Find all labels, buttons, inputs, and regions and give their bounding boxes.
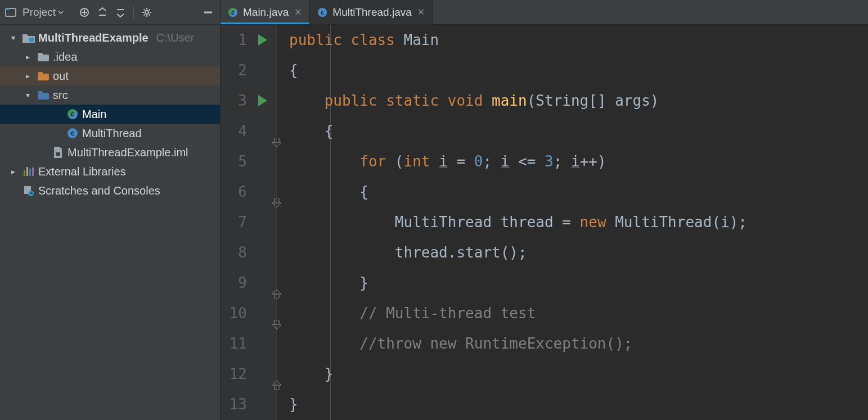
chevron-down-icon[interactable]: ▾ bbox=[21, 91, 34, 100]
chevron-right-icon[interactable]: ▸ bbox=[21, 71, 34, 80]
java-class-icon: c bbox=[318, 8, 327, 17]
tree-scratches[interactable]: ▸ Scratches and Consoles bbox=[0, 181, 220, 200]
chevron-down-icon bbox=[58, 10, 64, 15]
line-number: 2 bbox=[238, 55, 247, 85]
tree-root-project[interactable]: ▾ MultiThreadExample C:\User bbox=[0, 28, 220, 47]
project-dropdown[interactable]: Project bbox=[21, 6, 67, 19]
excluded-folder-icon bbox=[37, 70, 50, 82]
tree-multithread-class[interactable]: ▸ c MultiThread bbox=[0, 124, 220, 143]
project-name: MultiThreadExample bbox=[38, 31, 149, 44]
project-path: C:\User bbox=[156, 31, 195, 44]
tree-item-label: src bbox=[53, 89, 68, 102]
line-number: 6 bbox=[238, 177, 247, 207]
tree-item-label: out bbox=[53, 70, 69, 83]
java-class-runnable-icon: c bbox=[228, 8, 237, 17]
tree-item-label: Main bbox=[82, 108, 106, 121]
close-tab-icon[interactable]: ✕ bbox=[417, 7, 425, 17]
iml-file-icon bbox=[52, 146, 64, 159]
line-number: 13 bbox=[230, 389, 247, 419]
module-folder-icon bbox=[23, 31, 35, 44]
line-number: 8 bbox=[238, 237, 247, 268]
line-number: 5 bbox=[238, 146, 247, 177]
expand-all-icon[interactable] bbox=[95, 5, 110, 20]
tree-item-label: Scratches and Consoles bbox=[38, 184, 160, 197]
source-folder-icon bbox=[37, 89, 50, 101]
tree-item-label: MultiThreadExample.iml bbox=[68, 146, 188, 159]
line-number: 7 bbox=[238, 207, 247, 237]
java-class-runnable-icon: c bbox=[66, 108, 79, 120]
svg-rect-1 bbox=[6, 8, 9, 10]
toolbar-separator bbox=[133, 6, 134, 19]
project-tree[interactable]: ▾ MultiThreadExample C:\User ▸ .idea ▸ o… bbox=[0, 25, 220, 420]
java-class-icon: c bbox=[66, 127, 79, 139]
editor-body[interactable]: 1 2 3 4 5 6 7 8 9 10 11 12 bbox=[221, 25, 868, 420]
svg-rect-7 bbox=[29, 38, 34, 42]
tree-external-libraries[interactable]: ▸ External Libraries bbox=[0, 162, 220, 181]
project-view-icon[interactable] bbox=[3, 5, 18, 20]
editor-tab-multithread[interactable]: c MultiThread.java ✕ bbox=[310, 0, 433, 24]
line-number: 10 bbox=[230, 298, 247, 328]
chevron-right-icon[interactable]: ▸ bbox=[7, 167, 19, 176]
chevron-down-icon[interactable]: ▾ bbox=[7, 33, 19, 42]
tree-item-label: .idea bbox=[53, 51, 77, 64]
tab-label: Main.java bbox=[243, 6, 289, 19]
close-tab-icon[interactable]: ✕ bbox=[294, 7, 302, 17]
chevron-right-icon[interactable]: ▸ bbox=[21, 52, 34, 61]
line-number: 9 bbox=[238, 268, 247, 298]
line-number: 1 bbox=[238, 25, 247, 55]
select-opened-file-icon[interactable] bbox=[77, 5, 92, 20]
run-gutter-icon[interactable] bbox=[258, 95, 267, 106]
tree-out-folder[interactable]: ▸ out bbox=[0, 66, 220, 85]
tree-item-label: External Libraries bbox=[38, 165, 126, 178]
tab-label: MultiThread.java bbox=[332, 6, 411, 19]
editor-tabbar: c Main.java ✕ c MultiThread.java ✕ bbox=[221, 0, 868, 25]
project-panel: Project ▾ bbox=[0, 0, 221, 420]
editor-tab-main[interactable]: c Main.java ✕ bbox=[221, 0, 310, 24]
line-number: 4 bbox=[238, 116, 247, 146]
scratches-icon bbox=[23, 184, 35, 197]
line-number: 11 bbox=[230, 328, 247, 359]
line-number: 3 bbox=[238, 85, 247, 116]
tree-src-folder[interactable]: ▾ src bbox=[0, 85, 220, 105]
tree-iml-file[interactable]: ▸ MultiThreadExample.iml bbox=[0, 143, 220, 162]
tree-idea-folder[interactable]: ▸ .idea bbox=[0, 47, 220, 66]
tree-main-class[interactable]: ▸ c Main bbox=[0, 105, 220, 124]
project-panel-title: Project bbox=[23, 6, 56, 19]
settings-gear-icon[interactable] bbox=[140, 5, 154, 20]
project-toolbar: Project bbox=[0, 0, 220, 25]
libraries-icon bbox=[23, 165, 35, 178]
tree-item-label: MultiThread bbox=[82, 127, 142, 140]
code-area[interactable]: public class Main { public static void m… bbox=[277, 25, 868, 420]
editor-gutter[interactable]: 1 2 3 4 5 6 7 8 9 10 11 12 bbox=[221, 25, 277, 420]
line-number: 12 bbox=[230, 359, 247, 389]
svg-rect-8 bbox=[56, 152, 60, 156]
collapse-all-icon[interactable] bbox=[113, 5, 128, 20]
editor-area: c Main.java ✕ c MultiThread.java ✕ 1 2 3… bbox=[221, 0, 868, 420]
folder-icon bbox=[37, 51, 50, 63]
run-gutter-icon[interactable] bbox=[258, 34, 267, 46]
svg-point-5 bbox=[145, 11, 149, 14]
hide-panel-icon[interactable] bbox=[201, 5, 215, 20]
